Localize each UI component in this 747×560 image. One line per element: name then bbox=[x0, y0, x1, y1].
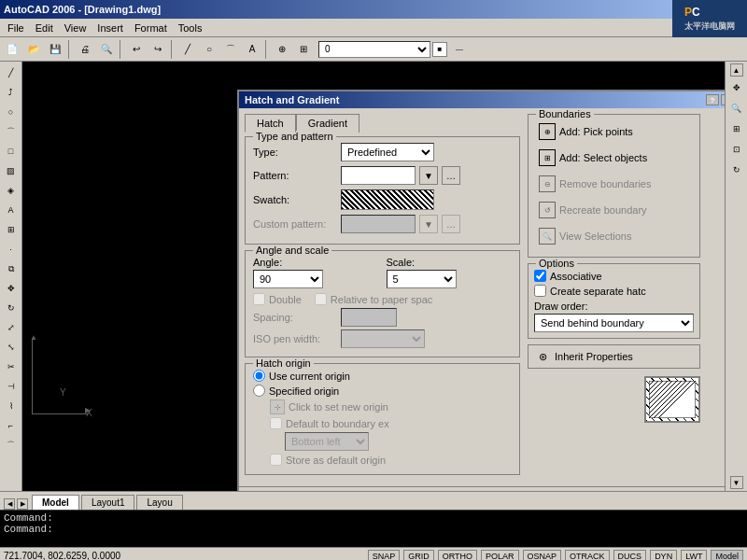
ltool-break[interactable]: ⌇ bbox=[2, 397, 21, 415]
ltool-scale[interactable]: ⤢ bbox=[2, 318, 21, 337]
rtool-pan[interactable]: ✥ bbox=[727, 78, 746, 97]
grid-btn[interactable]: GRID bbox=[403, 550, 434, 561]
rtool-zoom-all[interactable]: ⊡ bbox=[727, 140, 746, 159]
toolbar-grid[interactable]: ⊞ bbox=[293, 39, 314, 60]
toolbar-circle[interactable]: ○ bbox=[199, 39, 219, 60]
origin-position-select[interactable]: Bottom left bbox=[285, 432, 369, 451]
ltool-fillet[interactable]: ⌒ bbox=[2, 436, 21, 455]
add-select-label: Add: Select objects bbox=[559, 152, 647, 163]
ltool-copy[interactable]: ⧉ bbox=[2, 259, 21, 278]
ltool-polyline[interactable]: ⤴ bbox=[2, 83, 21, 102]
inherit-properties-btn[interactable]: ⊛ Inherit Properties bbox=[528, 344, 700, 369]
menu-insert[interactable]: Insert bbox=[92, 21, 129, 35]
rtool-zoom[interactable]: 🔍 bbox=[727, 99, 746, 118]
right-scroll-up[interactable]: ▲ bbox=[730, 63, 743, 77]
hatch-dialog-bottom: Preview OK Cancel Help bbox=[239, 486, 725, 491]
hatch-dialog-close-btn[interactable]: ✕ bbox=[721, 94, 725, 105]
toolbar-new[interactable]: 📄 bbox=[2, 39, 22, 60]
tab-layout2[interactable]: Layou bbox=[136, 495, 182, 510]
rtool-zoom-window[interactable]: ⊞ bbox=[727, 119, 746, 138]
custom-pattern-input[interactable] bbox=[341, 215, 416, 233]
ltool-region[interactable]: ◈ bbox=[2, 181, 21, 200]
default-boundary-checkbox[interactable] bbox=[270, 417, 282, 429]
ltool-hatch[interactable]: ▨ bbox=[2, 161, 21, 180]
menu-file[interactable]: File bbox=[2, 21, 30, 35]
layer-linetype[interactable]: — bbox=[449, 39, 470, 60]
toolbar-text[interactable]: A bbox=[242, 39, 262, 60]
ltool-move[interactable]: ✥ bbox=[2, 279, 21, 298]
tab-layout1[interactable]: Layout1 bbox=[81, 495, 135, 510]
otrack-btn[interactable]: OTRACK bbox=[565, 550, 610, 561]
create-separate-checkbox[interactable] bbox=[534, 285, 546, 297]
add-pick-btn[interactable]: ⊕ Add: Pick points bbox=[534, 120, 694, 143]
ltool-text[interactable]: A bbox=[2, 201, 21, 219]
type-select[interactable]: Predefined User defined Custom bbox=[341, 143, 434, 161]
draw-order-row: Draw order: bbox=[534, 301, 694, 312]
ltool-extend[interactable]: ⊣ bbox=[2, 377, 21, 396]
menu-format[interactable]: Format bbox=[129, 21, 173, 35]
menu-tools[interactable]: Tools bbox=[173, 21, 208, 35]
swatch-preview[interactable] bbox=[341, 189, 434, 210]
layer-color[interactable]: ■ bbox=[432, 42, 447, 57]
toolbar-line[interactable]: ╱ bbox=[177, 39, 198, 60]
drawing-area[interactable]: Y X ▶ ▲ Hatch and Gradient ? ✕ bbox=[22, 62, 725, 491]
layer-controls: 0 ■ — bbox=[318, 39, 470, 60]
ltool-insert[interactable]: ⊞ bbox=[2, 220, 21, 239]
dyn-btn[interactable]: DYN bbox=[650, 550, 677, 561]
store-default-checkbox[interactable] bbox=[270, 454, 282, 466]
ltool-chamfer[interactable]: ⌐ bbox=[2, 416, 21, 435]
ltool-arc[interactable]: ⌒ bbox=[2, 122, 21, 141]
tab-gradient[interactable]: Gradient bbox=[296, 114, 359, 133]
tab-next-btn[interactable]: ▶ bbox=[17, 498, 28, 510]
ltool-point[interactable]: · bbox=[2, 240, 21, 259]
tab-hatch[interactable]: Hatch bbox=[245, 114, 296, 133]
iso-row: ISO pen width: bbox=[253, 329, 512, 348]
tab-prev-btn[interactable]: ◀ bbox=[4, 498, 15, 510]
toolbar-print[interactable]: 🖨 bbox=[75, 39, 95, 60]
ltool-stretch[interactable]: ⤡ bbox=[2, 338, 21, 357]
ducs-btn[interactable]: DUCS bbox=[613, 550, 647, 561]
custom-pattern-browse: … bbox=[442, 215, 460, 233]
toolbar-preview[interactable]: 🔍 bbox=[96, 39, 117, 60]
toolbar-redo[interactable]: ↪ bbox=[148, 39, 168, 60]
ortho-btn[interactable]: ORTHO bbox=[438, 550, 477, 561]
osnap-btn[interactable]: OSNAP bbox=[523, 550, 562, 561]
toolbar-arc[interactable]: ⌒ bbox=[220, 39, 241, 60]
toolbar-open[interactable]: 📂 bbox=[23, 39, 44, 60]
associative-checkbox[interactable] bbox=[534, 270, 546, 282]
layer-select[interactable]: 0 bbox=[318, 41, 430, 58]
hatch-dialog-title-text: Hatch and Gradient bbox=[245, 94, 339, 105]
double-checkbox[interactable] bbox=[253, 293, 265, 305]
polar-btn[interactable]: POLAR bbox=[481, 550, 519, 561]
pattern-browse-btn[interactable]: … bbox=[442, 166, 460, 185]
iso-select[interactable] bbox=[341, 329, 425, 348]
pattern-dropdown-btn[interactable]: ▼ bbox=[419, 166, 438, 185]
toolbar-undo[interactable]: ↩ bbox=[126, 39, 147, 60]
ltool-circle[interactable]: ○ bbox=[2, 103, 21, 121]
right-scroll-down[interactable]: ▼ bbox=[730, 476, 743, 489]
specified-radio[interactable] bbox=[253, 385, 265, 397]
menu-view[interactable]: View bbox=[59, 21, 92, 35]
snap-btn[interactable]: SNAP bbox=[368, 550, 401, 561]
pattern-input[interactable]: ANGLE bbox=[341, 166, 416, 185]
ltool-draw[interactable]: ╱ bbox=[2, 63, 21, 82]
tab-model[interactable]: Model bbox=[32, 495, 79, 510]
model-btn[interactable]: Model bbox=[711, 550, 743, 561]
rtool-orbit[interactable]: ↻ bbox=[727, 161, 746, 179]
toolbar-save[interactable]: 💾 bbox=[45, 39, 65, 60]
add-select-btn[interactable]: ⊞ Add: Select objects bbox=[534, 147, 694, 169]
spacing-input[interactable]: 1 bbox=[341, 308, 397, 327]
angle-select[interactable]: 90 0 45 bbox=[253, 270, 323, 288]
use-current-radio[interactable] bbox=[253, 370, 265, 382]
ltool-rect[interactable]: □ bbox=[2, 142, 21, 161]
lw-btn[interactable]: LWT bbox=[681, 550, 707, 561]
hatch-dialog-help-btn[interactable]: ? bbox=[706, 94, 719, 105]
draw-order-select[interactable]: Send behind boundary Send to back Bring … bbox=[534, 314, 694, 332]
ltool-trim[interactable]: ✂ bbox=[2, 357, 21, 376]
default-boundary-label: Default to boundary ex bbox=[286, 418, 389, 429]
toolbar-snap[interactable]: ⊕ bbox=[272, 39, 292, 60]
ltool-rotate[interactable]: ↻ bbox=[2, 299, 21, 317]
scale-select[interactable]: 5 1 2 bbox=[387, 270, 457, 288]
relative-checkbox[interactable] bbox=[315, 293, 327, 305]
menu-edit[interactable]: Edit bbox=[30, 21, 59, 35]
